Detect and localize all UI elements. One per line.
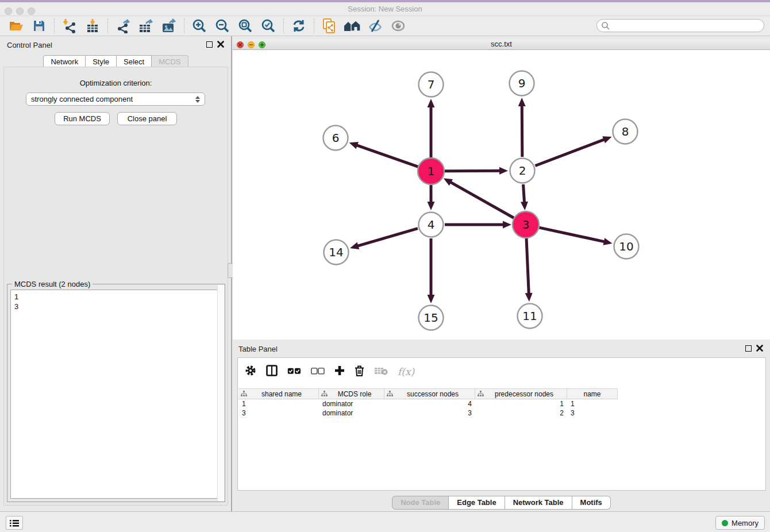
float-table-panel-icon[interactable]: [745, 345, 752, 352]
close-table-panel-icon[interactable]: [756, 345, 763, 352]
table-settings-icon[interactable]: [245, 365, 256, 379]
table-cell[interactable]: 2: [475, 409, 567, 418]
import-table-icon[interactable]: [84, 18, 101, 34]
save-session-icon[interactable]: [30, 18, 48, 34]
mcds-result-title: MCDS result (2 nodes): [12, 280, 93, 288]
table-cell[interactable]: 1: [475, 400, 567, 409]
table-cell[interactable]: 3: [238, 409, 319, 418]
column-header-label: shared name: [247, 390, 316, 398]
graph-node-label: 3: [522, 218, 530, 232]
zoom-out-icon[interactable]: [214, 18, 231, 34]
network-minimize-icon[interactable]: [248, 41, 255, 48]
export-image-icon[interactable]: [160, 18, 178, 34]
zoom-in-icon[interactable]: [191, 18, 208, 34]
column-header-name[interactable]: name: [567, 389, 618, 399]
network-title: scc.txt: [233, 39, 770, 49]
table-cell[interactable]: 1: [238, 400, 319, 409]
graph-edge-2-8[interactable]: [535, 139, 605, 165]
table-cell[interactable]: 3: [384, 409, 475, 418]
column-header-label: MCDS role: [328, 390, 382, 398]
network-window-titlebar[interactable]: scc.txt: [233, 39, 770, 50]
network-maximize-icon[interactable]: [259, 41, 265, 48]
tab-edge-table[interactable]: Edge Table: [449, 496, 505, 510]
table-cell[interactable]: dominator: [319, 400, 384, 409]
hide-selected-icon[interactable]: [367, 18, 384, 34]
tab-node-table[interactable]: Node Table: [392, 496, 449, 510]
network-close-icon[interactable]: [237, 41, 244, 48]
graph-node-label: 7: [428, 78, 435, 91]
table-row[interactable]: 1dominator411: [238, 400, 618, 409]
table-cell[interactable]: 1: [567, 400, 618, 409]
graph-node-label: 15: [424, 311, 438, 325]
tab-network-table[interactable]: Network Table: [505, 496, 572, 510]
graph-edge-4-14[interactable]: [357, 229, 418, 246]
graph-edge-3-11[interactable]: [526, 238, 529, 295]
column-header-label: name: [569, 390, 615, 398]
close-panel-icon[interactable]: [217, 41, 224, 48]
window-zoom-button[interactable]: [28, 7, 35, 15]
table-panel-title: Table Panel: [238, 345, 278, 353]
graph-node-label: 1: [428, 164, 435, 178]
run-mcds-button[interactable]: Run MCDS: [55, 112, 110, 125]
memory-status-icon: [722, 520, 728, 526]
graph-node-label: 9: [518, 76, 526, 90]
delete-table-icon[interactable]: [374, 367, 388, 377]
clone-network-icon[interactable]: [321, 18, 338, 34]
zoom-fit-icon[interactable]: [237, 18, 254, 34]
optimization-criterion-select[interactable]: strongly connected component: [26, 92, 205, 106]
table-cell[interactable]: dominator: [319, 409, 384, 418]
close-panel-button[interactable]: Close panel: [117, 112, 177, 125]
delete-column-icon[interactable]: [355, 365, 364, 379]
tab-motifs[interactable]: Motifs: [572, 496, 611, 510]
table-row[interactable]: 3dominator323: [238, 409, 618, 418]
table-cell[interactable]: 4: [384, 400, 475, 409]
export-network-icon[interactable]: [114, 18, 132, 34]
function-builder-icon[interactable]: f(x): [398, 366, 414, 377]
graph-edge-1-2[interactable]: [445, 171, 501, 171]
node-table: f(x) shared nameMCDS rolesuccessor nodes…: [237, 357, 766, 491]
unselect-all-columns-icon[interactable]: [311, 367, 325, 377]
toolbar-separator: [184, 18, 184, 33]
session-title: Session: New Session: [0, 2, 770, 16]
table-cell[interactable]: 3: [567, 409, 618, 418]
create-column-icon[interactable]: [334, 365, 345, 378]
export-table-icon[interactable]: [137, 18, 155, 34]
graph-edge-3-10[interactable]: [539, 228, 605, 242]
first-neighbors-icon[interactable]: [344, 18, 361, 34]
memory-button[interactable]: Memory: [715, 516, 765, 530]
graph-edge-2-9[interactable]: [522, 105, 522, 157]
zoom-selected-icon[interactable]: [260, 18, 277, 34]
window-close-button[interactable]: [5, 7, 12, 15]
column-header-predecessor-nodes[interactable]: predecessor nodes: [475, 389, 567, 399]
mcds-result-text[interactable]: 1 3: [10, 290, 222, 499]
search-input[interactable]: [596, 19, 764, 32]
select-all-columns-icon[interactable]: [287, 367, 301, 377]
column-header-successor-nodes[interactable]: successor nodes: [384, 389, 475, 399]
graph-node-label: 10: [619, 240, 633, 253]
graph-node-label: 11: [522, 309, 537, 323]
import-network-icon[interactable]: [61, 18, 78, 34]
network-canvas[interactable]: 7968124314101511: [233, 50, 770, 340]
open-file-icon[interactable]: [7, 18, 25, 34]
column-header-MCDS-role[interactable]: MCDS role: [319, 389, 384, 399]
table-tabs: Node Table Edge Table Network Table Moti…: [233, 496, 770, 510]
graph-edge-2-3[interactable]: [523, 184, 525, 203]
main-titlebar: Session: New Session: [0, 2, 770, 16]
column-type-icon: [321, 391, 328, 397]
window-minimize-button[interactable]: [16, 7, 24, 15]
mcds-result-group: MCDS result (2 nodes) 1 3: [7, 284, 225, 502]
optimization-criterion-value: strongly connected component: [31, 95, 133, 103]
graph-edge-arrow: [525, 293, 533, 302]
float-panel-icon[interactable]: [206, 41, 213, 48]
show-column-panel-icon[interactable]: [266, 365, 278, 379]
graph-edge-1-6[interactable]: [356, 145, 418, 167]
result-scrollbar[interactable]: [217, 285, 224, 501]
graph-edge-3-1[interactable]: [449, 182, 514, 218]
show-all-icon[interactable]: [390, 18, 407, 34]
graph-edge-arrow: [428, 295, 435, 303]
column-header-shared-name[interactable]: shared name: [238, 389, 319, 399]
graph-edge-arrow: [350, 242, 359, 249]
task-history-button[interactable]: [6, 516, 23, 530]
apply-layout-icon[interactable]: [290, 18, 307, 34]
control-panel-header: Control Panel: [0, 39, 230, 53]
